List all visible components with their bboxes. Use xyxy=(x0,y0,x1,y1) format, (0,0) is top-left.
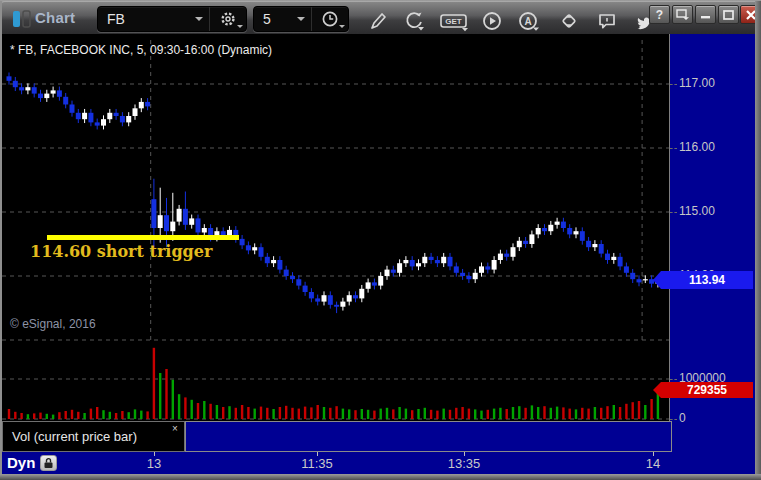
reload-button[interactable] xyxy=(401,9,427,33)
replay-play-button[interactable] xyxy=(479,9,505,33)
volume-bar xyxy=(524,408,526,419)
comment-button[interactable] xyxy=(594,9,620,33)
price-chart-pane[interactable]: * FB, FACEBOOK INC, 5, 09:30-16:00 (Dyna… xyxy=(2,34,669,344)
volume-bar xyxy=(487,410,489,419)
symbol-dropdown-caret-icon[interactable] xyxy=(195,17,203,21)
candle-body xyxy=(303,286,308,292)
candle-body xyxy=(492,260,497,270)
symbol-input[interactable]: FB xyxy=(98,7,195,31)
time-axis-label: 13 xyxy=(147,456,161,471)
candle-body xyxy=(284,270,289,276)
last-price-value: 113.94 xyxy=(689,273,725,287)
volume-bar xyxy=(159,373,161,419)
volume-bar xyxy=(386,408,388,419)
volume-bar xyxy=(543,406,545,419)
time-template-button[interactable] xyxy=(311,7,348,31)
candle-body xyxy=(322,295,327,301)
candle-body xyxy=(366,282,371,288)
volume-bar xyxy=(58,412,60,419)
candle-body xyxy=(82,113,87,119)
window-menu-icon xyxy=(676,9,689,20)
time-axis-label: 13:35 xyxy=(448,456,481,471)
last-volume-tag: 729355 xyxy=(661,382,753,398)
title-bar: Chart FB 5 xyxy=(1,1,760,34)
volume-bar xyxy=(518,406,520,419)
volume-bar xyxy=(373,411,375,419)
candle-body xyxy=(435,260,440,263)
volume-bar xyxy=(468,409,470,419)
candle-body xyxy=(548,225,553,231)
candle-body xyxy=(353,295,358,298)
volume-bar xyxy=(209,404,211,419)
gear-icon xyxy=(219,10,237,28)
candle-body xyxy=(542,228,547,231)
interval-input[interactable]: 5 xyxy=(254,7,297,31)
candle-body xyxy=(586,241,591,247)
window-options-button[interactable] xyxy=(672,5,693,24)
candle-body xyxy=(391,270,396,273)
volume-pane-close-button[interactable]: × xyxy=(169,424,181,435)
volume-bar xyxy=(638,401,640,419)
candle-body xyxy=(25,87,30,90)
volume-bar xyxy=(424,408,426,419)
time-axis-label: 14 xyxy=(646,456,660,471)
minimize-button[interactable] xyxy=(695,5,716,24)
help-button[interactable]: ? xyxy=(649,5,670,24)
dynamic-mode-label[interactable]: Dyn xyxy=(7,454,35,471)
volume-bar xyxy=(562,407,564,419)
candle-body xyxy=(448,257,453,267)
candle-body xyxy=(529,234,534,244)
price-axis-panel[interactable]: 117.00116.00115.00114.0010000000 113.94 … xyxy=(669,34,755,452)
time-axis-bar[interactable]: Dyn 1311:3513:3514 xyxy=(2,452,755,474)
volume-bar xyxy=(474,409,476,419)
volume-bar xyxy=(272,409,274,419)
symbol-settings-button[interactable] xyxy=(209,7,246,31)
get-data-button[interactable]: GET xyxy=(439,9,471,33)
volume-bar xyxy=(279,407,281,419)
candle-body xyxy=(170,222,175,232)
volume-pane[interactable] xyxy=(2,344,669,421)
short-trigger-annotation[interactable]: 114.60 short trigger xyxy=(30,242,212,261)
volume-bar xyxy=(550,408,552,419)
volume-bar xyxy=(146,411,148,419)
candlestick-plot xyxy=(2,34,669,344)
volume-bar xyxy=(178,394,180,419)
maximize-button[interactable] xyxy=(718,5,739,24)
volume-bar xyxy=(298,409,300,419)
symbol-value: FB xyxy=(107,11,125,27)
volume-bar xyxy=(228,406,230,419)
volume-bar xyxy=(449,410,451,419)
volume-bar xyxy=(619,407,621,419)
volume-bar xyxy=(197,403,199,419)
volume-bar xyxy=(247,407,249,419)
candle-body xyxy=(315,298,320,301)
candle-body xyxy=(517,241,522,247)
volume-bar xyxy=(594,407,596,419)
candle-body xyxy=(643,279,648,280)
volume-bar xyxy=(317,405,319,419)
candle-body xyxy=(57,90,62,96)
draw-tools-button[interactable] xyxy=(365,9,391,33)
scale-lock-button[interactable] xyxy=(40,455,57,471)
volume-bar xyxy=(361,409,363,419)
volume-bar xyxy=(348,409,350,419)
play-icon xyxy=(482,11,502,31)
volume-bar xyxy=(134,409,136,419)
candle-body xyxy=(95,122,100,125)
candle-body xyxy=(372,282,377,285)
volume-bar xyxy=(329,408,331,419)
share-button[interactable] xyxy=(556,9,582,33)
refresh-arrow-icon xyxy=(403,11,425,31)
volume-bar xyxy=(235,408,237,419)
interval-dropdown-caret-icon[interactable] xyxy=(297,17,305,21)
volume-bar xyxy=(71,410,73,419)
candle-body xyxy=(555,222,560,225)
volume-bar xyxy=(77,412,79,419)
candle-body xyxy=(511,247,516,257)
candle-body xyxy=(227,230,232,236)
alerts-button[interactable]: A xyxy=(516,9,542,33)
pane-scroll-strip[interactable] xyxy=(185,421,672,452)
candle-body xyxy=(183,209,188,225)
interval-combo: 5 xyxy=(253,6,349,32)
candle-body xyxy=(567,228,572,234)
